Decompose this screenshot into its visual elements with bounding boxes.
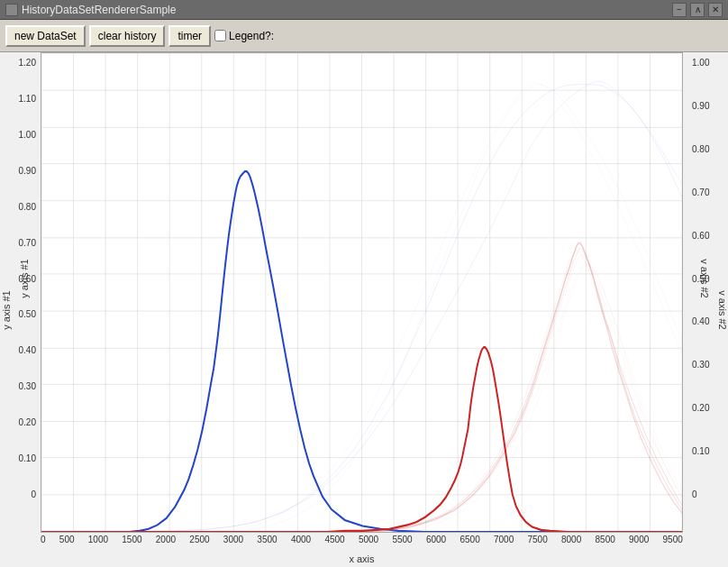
x-tick-6000: 6000 [426,535,446,544]
new-dataset-button[interactable]: new DataSet [5,25,86,47]
title-bar-controls: − ∧ ✕ [672,3,723,17]
x-tick-2000: 2000 [156,535,176,544]
x-tick-500: 500 [59,535,75,544]
x-tick-9000: 9000 [629,535,649,544]
clear-history-button[interactable]: clear history [89,25,166,47]
x-tick-1000: 1000 [88,535,108,544]
x-tick-8000: 8000 [561,535,581,544]
x-tick-6500: 6500 [460,535,479,544]
legend-checkbox-label: Legend?: [214,30,274,42]
x-tick-1500: 1500 [122,535,141,544]
y-axis-right-label: v axis #2 [716,290,727,329]
x-tick-2500: 2500 [189,535,209,544]
y-axis-right: v axis #2 [683,52,728,567]
legend-label-text: Legend?: [229,30,274,42]
app-icon [5,4,18,16]
chart-svg [41,53,682,532]
maximize-button[interactable]: ∧ [690,3,705,17]
x-axis-area: 0 500 1000 1500 2000 2500 3000 3500 4000… [41,533,683,567]
title-bar-left: HistoryDataSetRendererSample [5,4,176,16]
chart-inner: 0 500 1000 1500 2000 2500 3000 3500 4000… [41,52,683,567]
y-axis-left-label: y axis #1 [1,290,12,329]
window-title: HistoryDataSetRendererSample [22,4,176,16]
plot-area [41,52,683,533]
x-tick-9500: 9500 [663,535,683,544]
x-axis-label: x axis [349,553,374,564]
timer-button[interactable]: timer [168,25,211,47]
x-tick-5500: 5500 [392,535,412,544]
x-tick-4000: 4000 [291,535,311,544]
x-ticks-row: 0 500 1000 1500 2000 2500 3000 3500 4000… [41,535,683,544]
toolbar: new DataSet clear history timer Legend?: [0,20,728,52]
title-bar: HistoryDataSetRendererSample − ∧ ✕ [0,0,728,20]
x-tick-5000: 5000 [359,535,378,544]
y-axis-left: y axis #1 [0,52,41,567]
legend-checkbox[interactable] [214,30,226,41]
x-tick-3500: 3500 [257,535,277,544]
x-tick-0: 0 [41,535,46,544]
x-tick-7500: 7500 [527,535,547,544]
x-tick-7000: 7000 [494,535,514,544]
x-tick-4500: 4500 [324,535,344,544]
minimize-button[interactable]: − [672,3,687,17]
x-tick-3000: 3000 [223,535,243,544]
x-tick-8500: 8500 [596,535,615,544]
close-button[interactable]: ✕ [708,3,723,17]
chart-container: y axis #1 [0,52,728,567]
x-axis-label-container: x axis [41,553,683,565]
